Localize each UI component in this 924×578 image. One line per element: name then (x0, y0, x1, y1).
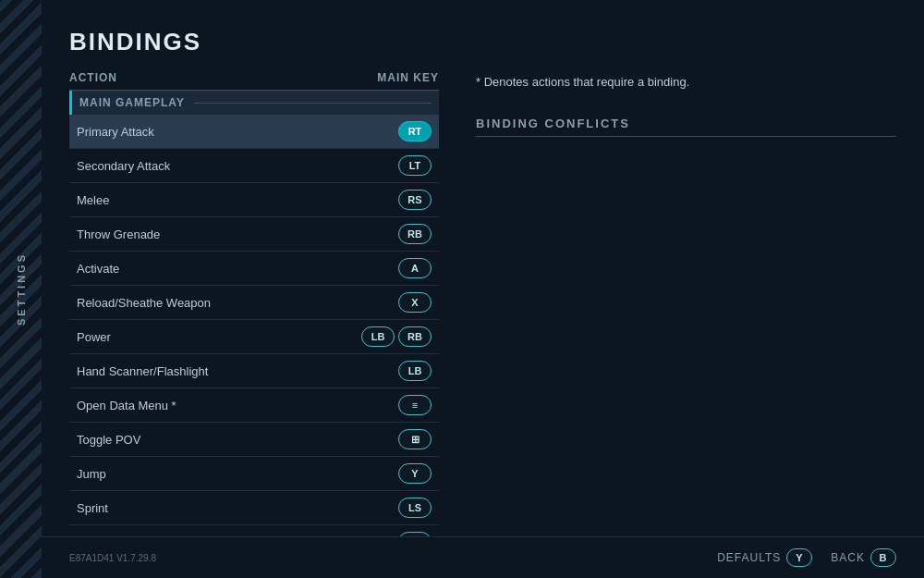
key-badge: RT (398, 121, 432, 141)
binding-row[interactable]: SprintLS (69, 491, 439, 525)
binding-row[interactable]: ActivateA (69, 252, 439, 286)
key-badge: ⊞ (398, 429, 432, 449)
keys-container: LS (398, 498, 432, 518)
key-badge: LB (398, 361, 432, 381)
bottom-action-key: Y (786, 548, 812, 567)
bottom-actions: DEFAULTSYBACKB (717, 548, 896, 567)
bottom-action-label: BACK (831, 551, 865, 564)
action-name: Toggle POV (77, 433, 140, 447)
binding-row[interactable]: Secondary AttackLT (69, 149, 439, 183)
bindings-column: ACTION MAIN KEY MAIN GAMEPLAY Primary At… (69, 66, 439, 578)
bottom-action-key: B (870, 548, 896, 567)
bottom-action-label: DEFAULTS (717, 551, 781, 564)
bottom-bar: E87A1D41 V1.7.29.8 DEFAULTSYBACKB (42, 536, 924, 578)
page-title: BINDINGS (42, 0, 924, 66)
content-columns: ACTION MAIN KEY MAIN GAMEPLAY Primary At… (42, 66, 924, 578)
action-name: Melee (77, 193, 109, 207)
keys-container: Y (398, 463, 432, 484)
keys-container: LB (398, 361, 432, 381)
keys-container: X (398, 292, 432, 313)
bottom-action-defaults[interactable]: DEFAULTSY (717, 548, 812, 567)
binding-row[interactable]: JumpY (69, 457, 439, 491)
category-label: MAIN GAMEPLAY (79, 96, 185, 109)
binding-conflicts-title: BINDING CONFLICTS (476, 117, 896, 137)
action-name: Open Data Menu * (77, 399, 176, 412)
action-name: Throw Grenade (77, 228, 160, 241)
keys-container: RS (398, 190, 432, 210)
key-badge: LS (398, 498, 432, 518)
key-badge: X (398, 292, 432, 313)
key-badge: RB (398, 326, 432, 347)
main-content: BINDINGS ACTION MAIN KEY MAIN GAMEPLAY P… (42, 0, 924, 578)
sidebar-label: SETTINGS (16, 252, 27, 326)
binding-row[interactable]: PowerLBRB (69, 320, 439, 354)
sidebar-stripe: SETTINGS (0, 0, 42, 578)
binding-row[interactable]: Primary AttackRT (69, 115, 439, 149)
keys-container: ≡ (398, 395, 432, 415)
denotes-text: * Denotes actions that require a binding… (476, 75, 896, 89)
keys-container: LBRB (361, 326, 432, 347)
binding-row[interactable]: Toggle POV⊞ (69, 423, 439, 457)
info-column: * Denotes actions that require a binding… (476, 66, 896, 578)
key-badge: ≡ (398, 395, 432, 415)
binding-row[interactable]: Reload/Sheathe WeaponX (69, 286, 439, 320)
version-text: E87A1D41 V1.7.29.8 (69, 553, 156, 563)
key-badge: A (398, 258, 432, 278)
action-name: Reload/Sheathe Weapon (77, 296, 211, 310)
key-badge: RB (398, 224, 432, 244)
action-name: Sprint (77, 501, 108, 515)
keys-container: RB (398, 224, 432, 244)
key-badge: LB (361, 326, 395, 347)
binding-row[interactable]: MeleeRS (69, 183, 439, 217)
action-name: Activate (77, 262, 119, 276)
key-badge: RS (398, 190, 432, 210)
binding-row[interactable]: Throw GrenadeRB (69, 217, 439, 252)
action-name: Hand Scanner/Flashlight (77, 364, 208, 378)
column-headers: ACTION MAIN KEY (69, 66, 439, 91)
keys-container: LT (398, 155, 432, 176)
keys-container: ⊞ (398, 429, 432, 449)
bottom-action-back[interactable]: BACKB (831, 548, 896, 567)
keys-container: RT (398, 121, 432, 141)
col-action-header: ACTION (69, 71, 117, 84)
bindings-list: Primary AttackRTSecondary AttackLTMeleeR… (69, 115, 439, 560)
action-name: Secondary Attack (77, 159, 170, 173)
category-header: MAIN GAMEPLAY (69, 91, 439, 115)
action-name: Power (77, 330, 111, 344)
key-badge: Y (398, 463, 432, 484)
action-name: Primary Attack (77, 125, 154, 139)
binding-row[interactable]: Hand Scanner/FlashlightLB (69, 354, 439, 388)
keys-container: A (398, 258, 432, 278)
key-badge: LT (398, 155, 432, 176)
binding-row[interactable]: Open Data Menu *≡ (69, 388, 439, 423)
action-name: Jump (77, 467, 106, 481)
col-main-key-header: MAIN KEY (377, 71, 439, 84)
